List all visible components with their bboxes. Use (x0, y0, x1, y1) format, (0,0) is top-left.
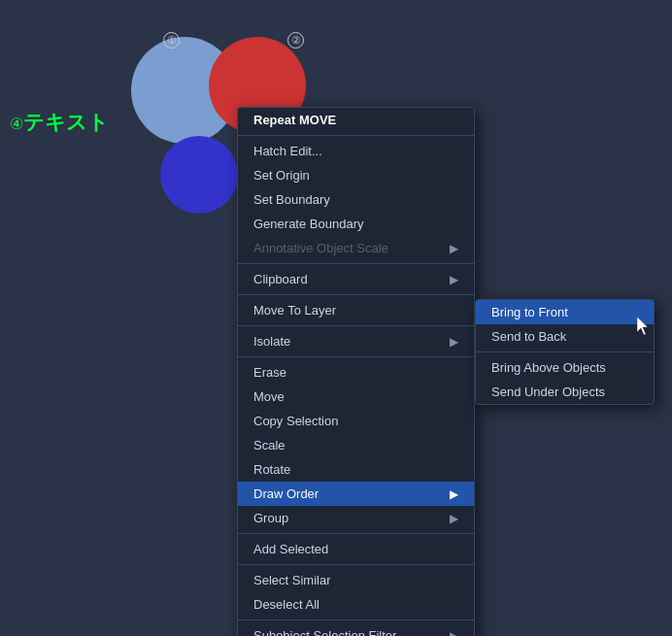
separator-5 (238, 356, 474, 357)
menu-item-subobject-selection-filter[interactable]: Subobject Selection Filter ▶ (238, 623, 474, 636)
menu-item-group[interactable]: Group ▶ (238, 506, 474, 530)
separator-6 (238, 533, 474, 534)
menu-item-deselect-all[interactable]: Deselect All (238, 592, 474, 617)
menu-item-rotate[interactable]: Rotate (238, 457, 474, 482)
separator-2 (238, 263, 474, 264)
submenu-separator (476, 351, 654, 352)
context-menu: Repeat MOVE Hatch Edit... Set Origin Set… (237, 107, 475, 636)
menu-item-clipboard[interactable]: Clipboard ▶ (238, 267, 474, 291)
circle-label-1: ① (163, 31, 182, 49)
circle-3 (160, 136, 238, 214)
menu-item-set-origin[interactable]: Set Origin (238, 163, 474, 187)
menu-item-generate-boundary[interactable]: Generate Boundary (238, 212, 474, 236)
separator-1 (238, 135, 474, 136)
menu-item-scale[interactable]: Scale (238, 433, 474, 457)
separator-8 (238, 619, 474, 620)
mouse-cursor (637, 317, 651, 336)
menu-item-select-similar[interactable]: Select Similar (238, 568, 474, 592)
separator-3 (238, 294, 474, 295)
submenu-item-send-under-objects[interactable]: Send Under Objects (476, 380, 654, 404)
submenu-item-bring-above-objects[interactable]: Bring Above Objects (476, 355, 654, 380)
draw-order-submenu: Bring to Front Send to Back Bring Above … (475, 299, 655, 405)
menu-item-erase[interactable]: Erase (238, 360, 474, 385)
menu-item-set-boundary[interactable]: Set Boundary (238, 187, 474, 212)
submenu-item-send-to-back[interactable]: Send to Back (476, 324, 654, 349)
menu-item-draw-order[interactable]: Draw Order ▶ (238, 482, 474, 506)
menu-item-add-selected[interactable]: Add Selected (238, 537, 474, 561)
menu-item-annotative-object-scale: Annotative Object Scale ▶ (238, 236, 474, 260)
menu-item-isolate[interactable]: Isolate ▶ (238, 329, 474, 353)
menu-item-move-to-layer[interactable]: Move To Layer (238, 298, 474, 322)
separator-7 (238, 564, 474, 565)
menu-item-hatch-edit[interactable]: Hatch Edit... (238, 139, 474, 163)
submenu-item-bring-to-front[interactable]: Bring to Front (476, 300, 654, 324)
circle-label-2: ② (287, 31, 306, 49)
menu-item-copy-selection[interactable]: Copy Selection (238, 409, 474, 433)
menu-item-move[interactable]: Move (238, 385, 474, 409)
separator-4 (238, 325, 474, 326)
jp-text-label: ④テキスト (10, 109, 109, 136)
menu-item-repeat-move[interactable]: Repeat MOVE (238, 108, 474, 132)
